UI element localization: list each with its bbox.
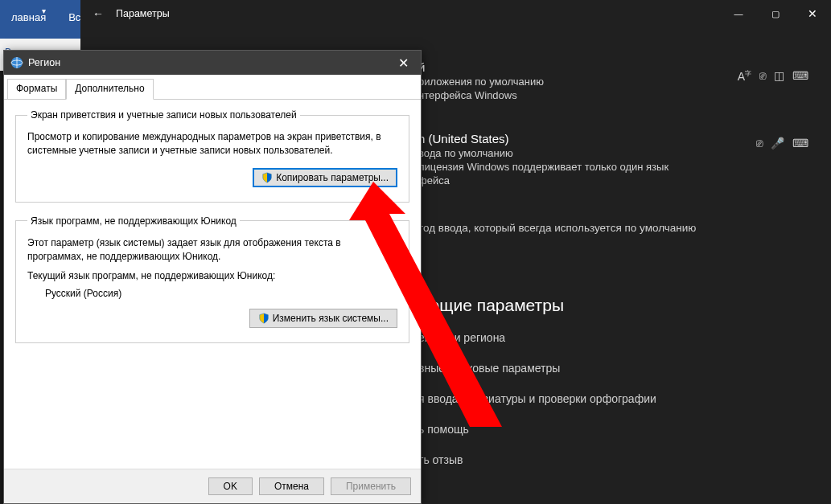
region-body: Экран приветствия и учетные записи новых…	[4, 100, 421, 469]
language-desc-2c: фейса	[418, 174, 815, 186]
minimize-button[interactable]: —	[720, 0, 757, 27]
region-tabstrip: Форматы Дополнительно	[4, 75, 421, 100]
language-desc-2b: лицензия Windows поддерживает только оди…	[418, 161, 815, 173]
related-section: ующие параметры емени и региона вные язы…	[418, 296, 656, 484]
maximize-button[interactable]: ▢	[757, 0, 794, 27]
settings-title: Параметры	[116, 8, 170, 19]
copy-settings-label: Копировать параметры...	[276, 172, 389, 183]
shield-icon	[261, 172, 273, 183]
tab-formats[interactable]: Форматы	[7, 79, 66, 100]
non-unicode-group: Язык программ, не поддерживающих Юникод …	[15, 215, 409, 343]
copy-settings-button[interactable]: Копировать параметры...	[253, 168, 397, 187]
close-button[interactable]: ✕	[794, 0, 831, 27]
shield-icon	[258, 313, 269, 324]
non-unicode-text: Этот параметр (язык системы) задает язык…	[27, 236, 397, 264]
ok-button[interactable]: OK	[208, 477, 253, 495]
related-link-help[interactable]: ь помощь	[418, 423, 656, 436]
back-button[interactable]: ←	[80, 7, 116, 20]
current-lang-value: Русский (Россия)	[27, 288, 397, 299]
dropdown-icon[interactable]: ▾	[42, 6, 46, 15]
region-title: Регион	[28, 57, 60, 68]
change-system-locale-button[interactable]: Изменить язык системы...	[249, 309, 397, 328]
cancel-button[interactable]: Отмена	[259, 477, 324, 495]
settings-titlebar: ← Параметры — ▢ ✕	[80, 0, 831, 27]
related-link-admin-lang[interactable]: вные языковые параметры	[418, 362, 656, 375]
globe-icon	[10, 56, 23, 69]
non-unicode-legend: Язык программ, не поддерживающих Юникод	[27, 215, 240, 227]
current-lang-label: Текущий язык программ, не поддерживающих…	[27, 269, 397, 283]
handwriting-icon: ⌨	[792, 69, 808, 83]
region-close-button[interactable]: ✕	[385, 51, 421, 75]
font-icon: A字	[738, 69, 751, 83]
related-title: ующие параметры	[418, 296, 656, 315]
apply-button[interactable]: Применить	[331, 477, 411, 495]
region-footer: OK Отмена Применить	[4, 469, 421, 503]
keyboard-icon: ⌨	[792, 137, 808, 150]
related-link-feedback[interactable]: ть отзыв	[418, 453, 656, 466]
text-to-speech-icon: ⎚	[759, 69, 766, 83]
default-input-note: тод ввода, который всегда используется п…	[418, 222, 815, 234]
change-system-locale-label: Изменить язык системы...	[273, 313, 389, 324]
welcome-screen-group: Экран приветствия и учетные записи новых…	[15, 109, 409, 203]
tab-advanced[interactable]: Дополнительно	[66, 79, 153, 100]
speech-icon: ◫	[774, 69, 784, 83]
welcome-screen-legend: Экран приветствия и учетные записи новых…	[27, 109, 300, 121]
language-desc-2: нтерфейса Windows	[418, 89, 815, 101]
welcome-screen-text: Просмотр и копирование международных пар…	[27, 130, 397, 158]
region-dialog: Регион ✕ Форматы Дополнительно Экран при…	[3, 50, 422, 504]
related-link-input[interactable]: я ввода, клавиатуры и проверки орфографи…	[418, 392, 656, 405]
text-to-speech-icon: ⎚	[756, 137, 763, 150]
speech-icon: 🎤	[771, 137, 784, 150]
related-link-datetime[interactable]: емени и региона	[418, 331, 656, 344]
office-tab-home[interactable]: лавная	[0, 0, 57, 39]
region-titlebar: Регион ✕	[4, 51, 421, 75]
language-feature-icons-1: A字 ⎚ ◫ ⌨	[738, 69, 808, 83]
language-feature-icons-2: ⎚ 🎤 ⌨	[756, 137, 808, 150]
